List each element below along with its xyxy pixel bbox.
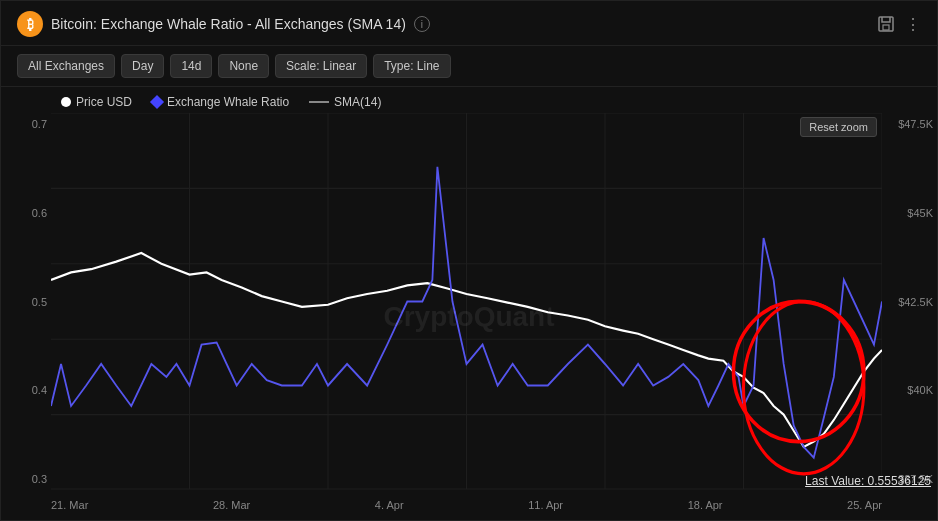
x-label-5: 25. Apr (847, 499, 882, 511)
info-icon[interactable]: i (414, 16, 430, 32)
chart-area: Price USD Exchange Whale Ratio SMA(14) R… (1, 87, 937, 520)
none-button[interactable]: None (218, 54, 269, 78)
legend-price-usd: Price USD (61, 95, 132, 109)
day-button[interactable]: Day (121, 54, 164, 78)
price-usd-dot (61, 97, 71, 107)
legend-price-label: Price USD (76, 95, 132, 109)
header: ₿ Bitcoin: Exchange Whale Ratio - All Ex… (1, 1, 937, 46)
x-label-4: 18. Apr (688, 499, 723, 511)
y-axis-right: $47.5K $45K $42.5K $40K $37.5K (882, 113, 937, 490)
y-label-right-1: $45K (886, 207, 933, 219)
y-axis-left: 0.7 0.6 0.5 0.4 0.3 (1, 113, 51, 490)
legend-sma: SMA(14) (309, 95, 381, 109)
header-left: ₿ Bitcoin: Exchange Whale Ratio - All Ex… (17, 11, 430, 37)
legend-whale-ratio: Exchange Whale Ratio (152, 95, 289, 109)
x-label-3: 11. Apr (528, 499, 563, 511)
scale-linear-button[interactable]: Scale: Linear (275, 54, 367, 78)
14d-button[interactable]: 14d (170, 54, 212, 78)
save-icon[interactable] (877, 15, 895, 33)
y-label-3: 0.4 (5, 384, 47, 396)
svg-rect-1 (883, 25, 889, 30)
legend: Price USD Exchange Whale Ratio SMA(14) (1, 87, 937, 113)
y-label-0: 0.7 (5, 118, 47, 130)
y-label-2: 0.5 (5, 296, 47, 308)
whale-ratio-diamond (150, 95, 164, 109)
y-label-right-2: $42.5K (886, 296, 933, 308)
header-right: ⋮ (877, 15, 921, 34)
btc-icon: ₿ (17, 11, 43, 37)
x-label-0: 21. Mar (51, 499, 88, 511)
y-label-4: 0.3 (5, 473, 47, 485)
chart-title: Bitcoin: Exchange Whale Ratio - All Exch… (51, 16, 406, 32)
svg-rect-0 (879, 17, 893, 31)
y-label-right-3: $40K (886, 384, 933, 396)
legend-sma-label: SMA(14) (334, 95, 381, 109)
legend-whale-label: Exchange Whale Ratio (167, 95, 289, 109)
x-axis: 21. Mar 28. Mar 4. Apr 11. Apr 18. Apr 2… (51, 490, 882, 520)
y-label-right-0: $47.5K (886, 118, 933, 130)
type-line-button[interactable]: Type: Line (373, 54, 450, 78)
sma-line (309, 101, 329, 103)
last-value: Last Value: 0.55536125 (805, 474, 931, 488)
reset-zoom-button[interactable]: Reset zoom (800, 117, 877, 137)
chart-svg (51, 113, 882, 490)
chart-body: Reset zoom 0.7 0.6 0.5 0.4 0.3 $47.5K $4… (1, 113, 937, 520)
all-exchanges-button[interactable]: All Exchanges (17, 54, 115, 78)
more-options-icon[interactable]: ⋮ (905, 15, 921, 34)
x-label-2: 4. Apr (375, 499, 404, 511)
main-container: ₿ Bitcoin: Exchange Whale Ratio - All Ex… (0, 0, 938, 521)
x-label-1: 28. Mar (213, 499, 250, 511)
toolbar: All Exchanges Day 14d None Scale: Linear… (1, 46, 937, 87)
y-label-1: 0.6 (5, 207, 47, 219)
